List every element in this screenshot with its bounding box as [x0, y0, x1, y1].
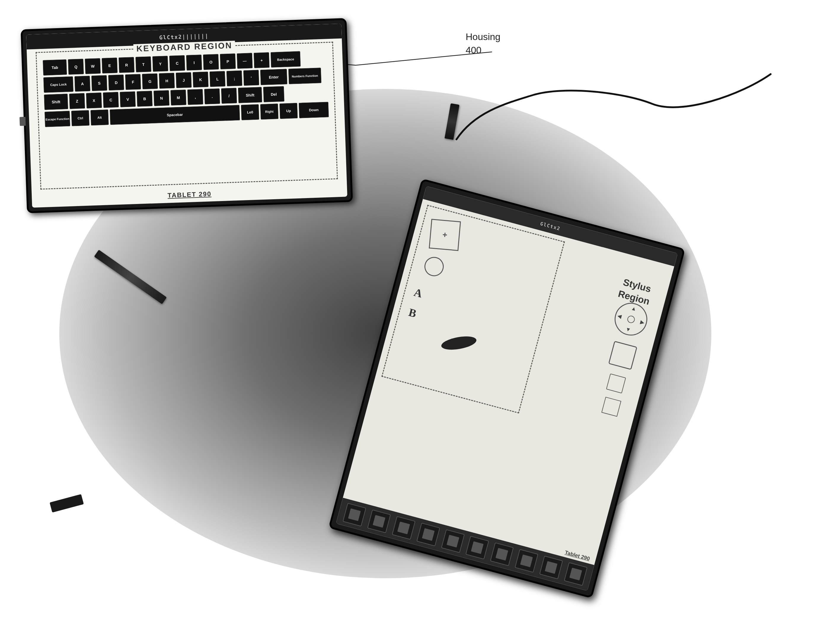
key-capslock[interactable]: Caps Lock [43, 76, 73, 92]
housing-text: Housing [466, 30, 500, 44]
stylus-icon-circle [422, 255, 446, 278]
stylus-drawing-mark [440, 334, 478, 352]
housing-annotation: Housing 400 [466, 30, 500, 57]
key-b[interactable]: B [137, 91, 152, 107]
key-z[interactable]: Z [69, 93, 85, 109]
key-backspace[interactable]: Backspace [271, 51, 301, 68]
key-i[interactable]: I [186, 54, 202, 71]
toolbar-btn-9[interactable] [539, 555, 563, 579]
key-shift-right[interactable]: Shift [238, 87, 262, 103]
key-m[interactable]: M [170, 89, 186, 106]
stylus-icon-a: A [413, 286, 424, 300]
key-p[interactable]: P [220, 53, 236, 69]
tablet-1-device: GlCtx2||||||| KEYBOARD REGION Tab Q W E … [21, 18, 353, 213]
dpad-arrow-down[interactable]: ▼ [625, 326, 632, 333]
stylus-icon-square: + [429, 219, 461, 251]
dpad-arrow-right[interactable]: ▶ [640, 318, 645, 326]
key-dash[interactable]: — [237, 53, 253, 69]
key-ctrl[interactable]: Ctrl [71, 110, 89, 126]
key-r[interactable]: R [119, 57, 135, 73]
tablet-1-label: TABLET 290 [167, 190, 212, 199]
key-d[interactable]: D [108, 75, 124, 91]
plus-icon: + [442, 230, 448, 240]
tablet-1-number: 290 [198, 190, 212, 198]
dpad-center [626, 315, 635, 324]
key-escape-func[interactable]: Escape Function [44, 111, 70, 127]
toolbar-btn-2[interactable] [367, 509, 391, 533]
key-y[interactable]: Y [152, 56, 168, 72]
key-n[interactable]: N [154, 90, 170, 106]
housing-number: 400 [466, 44, 500, 57]
key-tab[interactable]: Tab [43, 59, 67, 76]
key-down[interactable]: Down [299, 102, 329, 118]
key-shift-left[interactable]: Shift [44, 94, 68, 110]
key-c2[interactable]: C [103, 92, 119, 108]
key-alt[interactable]: Alt [91, 110, 109, 126]
tablet-2-logo: GlCtx2 [540, 221, 561, 232]
key-h[interactable]: H [159, 73, 175, 89]
toolbar-btn-3[interactable] [392, 516, 416, 540]
square-button[interactable] [608, 341, 637, 370]
key-f[interactable]: F [125, 74, 141, 90]
key-e[interactable]: E [102, 57, 118, 73]
key-quote[interactable]: ' [243, 70, 259, 86]
toolbar-btn-4[interactable] [416, 523, 440, 546]
key-left[interactable]: Le0 [241, 104, 259, 121]
small-icon-1[interactable] [606, 374, 626, 394]
tablet-2-number: 290 [580, 554, 591, 562]
key-del[interactable]: Del [263, 86, 284, 102]
key-c[interactable]: C [169, 55, 185, 71]
key-s[interactable]: S [91, 75, 107, 91]
key-period[interactable]: . [204, 88, 220, 104]
toolbar-btn-5[interactable] [441, 529, 465, 553]
key-k[interactable]: K [193, 72, 209, 87]
keyboard-region-border: KEYBOARD REGION Tab Q W E R T Y C I O P … [36, 42, 338, 190]
key-l[interactable]: L [210, 71, 225, 87]
key-q[interactable]: Q [68, 59, 84, 75]
key-t[interactable]: T [135, 56, 151, 72]
tablet-1-screen: GlCtx2||||||| KEYBOARD REGION Tab Q W E … [26, 24, 348, 208]
dpad-arrow-left[interactable]: ◀ [616, 313, 622, 320]
stylus-region-border: + A B [381, 205, 565, 414]
toolbar-btn-8[interactable] [515, 549, 538, 572]
keyboard-area: Tab Q W E R T Y C I O P — + Backspace [40, 47, 334, 184]
key-plus[interactable]: + [254, 52, 270, 68]
toolbar-btn-1[interactable] [343, 503, 366, 527]
tablet-1-port [19, 117, 26, 126]
key-a[interactable]: A [75, 76, 91, 92]
key-semi[interactable]: ; [227, 70, 243, 86]
key-o[interactable]: O [203, 54, 219, 70]
key-right[interactable]: Right [260, 103, 279, 119]
key-enter[interactable]: Enter [260, 69, 287, 85]
key-up[interactable]: Up [279, 103, 298, 119]
toolbar-btn-6[interactable] [466, 536, 489, 560]
dpad-arrow-up[interactable]: ▲ [630, 305, 637, 313]
key-g[interactable]: G [142, 73, 158, 89]
key-comma[interactable]: , [187, 89, 203, 105]
key-numbers-func[interactable]: Numbers Function [288, 68, 322, 84]
key-spacebar[interactable]: Spacebar [110, 105, 240, 125]
tablet-1-logo: GlCtx2||||||| [159, 33, 209, 41]
key-j[interactable]: J [176, 72, 192, 88]
key-w[interactable]: W [85, 58, 101, 74]
toolbar-btn-7[interactable] [490, 542, 514, 566]
small-icon-2[interactable] [602, 397, 621, 416]
key-v[interactable]: V [120, 91, 136, 107]
key-slash[interactable]: / [221, 88, 237, 104]
toolbar-btn-10[interactable] [564, 562, 588, 586]
stylus-icon-b: B [407, 305, 418, 320]
key-x[interactable]: X [86, 92, 102, 108]
